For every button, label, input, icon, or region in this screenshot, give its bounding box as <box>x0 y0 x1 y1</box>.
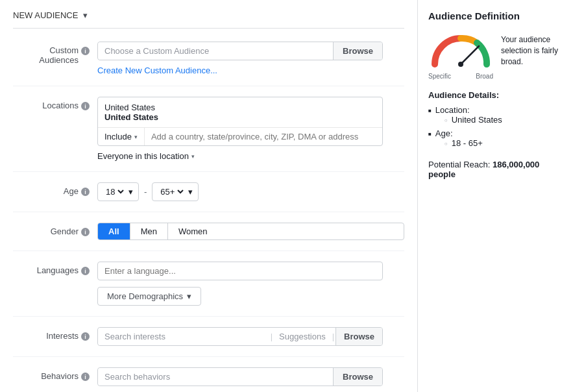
gauge-broad-label: Broad <box>476 73 493 80</box>
gender-all-button[interactable]: All <box>98 223 130 239</box>
age-wrapper: 18 1314151617 1920212530 35404550556065 … <box>97 182 404 201</box>
detail-age-label: Age: <box>435 129 453 138</box>
svg-line-0 <box>461 46 479 64</box>
location-country-bold: United States <box>104 112 376 122</box>
audience-details: Audience Details: ■ Location: ○ United S… <box>428 90 563 149</box>
age-min-dropdown[interactable]: 18 1314151617 1920212530 35404550556065 … <box>97 182 139 201</box>
gender-label: Gender <box>51 227 79 236</box>
location-box: United States United States Include ▾ <box>97 97 383 146</box>
location-add-row: Include ▾ <box>98 127 382 145</box>
detail-location-label: Location: <box>435 105 470 115</box>
detail-age-value: 18 - 65+ <box>452 138 483 148</box>
location-search-input[interactable] <box>145 128 382 145</box>
interests-browse-button[interactable]: Browse <box>335 328 382 345</box>
custom-audiences-label: Custom Audiences <box>13 45 79 65</box>
detail-location-us: ○ United States <box>445 115 502 125</box>
detail-location: ■ Location: ○ United States <box>428 105 563 126</box>
age-min-select[interactable]: 18 1314151617 1920212530 35404550556065 <box>103 186 126 197</box>
behaviors-search-input[interactable] <box>98 368 333 386</box>
more-demographics-label: More Demographics <box>107 291 183 301</box>
interests-label: Interests <box>46 331 79 341</box>
interests-search-wrapper: | Suggestions | Browse <box>97 327 383 346</box>
detail-age-value-item: ○ 18 - 65+ <box>445 138 483 148</box>
age-info-icon[interactable]: i <box>81 188 90 196</box>
interests-info-icon[interactable]: i <box>81 332 90 341</box>
create-custom-audience-link[interactable]: Create New Custom Audience... <box>97 66 404 75</box>
page-title: NEW AUDIENCE <box>13 10 78 20</box>
locations-info-icon[interactable]: i <box>81 102 90 110</box>
age-label: Age <box>64 186 79 196</box>
include-dropdown-arrow: ▾ <box>134 134 138 140</box>
detail-location-bullet: ■ <box>428 108 432 114</box>
interests-search-input[interactable] <box>98 328 269 345</box>
svg-point-1 <box>458 62 463 67</box>
detail-location-value: United States <box>452 115 502 125</box>
languages-label: Languages <box>37 265 79 275</box>
audience-definition-panel: Audience Definition Specific <box>417 0 573 392</box>
custom-audiences-input[interactable] <box>98 42 333 60</box>
languages-info-icon[interactable]: i <box>81 267 90 275</box>
location-country-name: United States <box>104 103 376 112</box>
detail-age-bullet: ■ <box>428 131 432 137</box>
age-dash: - <box>144 187 147 197</box>
detail-age-sub: ○ 18 - 65+ <box>435 138 483 148</box>
behaviors-label: Behaviors <box>41 371 79 381</box>
detail-location-sub: ○ United States <box>435 115 502 125</box>
behaviors-info-icon[interactable]: i <box>81 373 90 381</box>
interests-suggestions-button[interactable]: Suggestions <box>274 328 331 345</box>
detail-age-sub-bullet: ○ <box>445 141 448 147</box>
interests-divider2: | <box>331 328 335 345</box>
gauge-section: Specific Broad Your audience selection i… <box>428 32 563 80</box>
locations-label: Locations <box>42 101 79 110</box>
audience-details-title: Audience Details: <box>428 90 563 100</box>
sidebar-title: Audience Definition <box>428 10 563 21</box>
detail-age: ■ Age: ○ 18 - 65+ <box>428 129 563 149</box>
gender-info-icon[interactable]: i <box>81 228 90 236</box>
include-dropdown-button[interactable]: Include ▾ <box>98 128 145 145</box>
custom-audiences-input-wrapper: Browse <box>97 42 383 60</box>
include-label: Include <box>104 132 132 141</box>
location-selected: United States United States <box>98 97 382 127</box>
gender-men-button[interactable]: Men <box>130 223 168 239</box>
behaviors-search-wrapper: Browse <box>97 367 383 386</box>
gender-women-button[interactable]: Women <box>168 223 218 239</box>
gauge-description: Your audience selection is fairly broad. <box>501 32 563 67</box>
gauge-labels: Specific Broad <box>428 73 493 80</box>
custom-audiences-browse-button[interactable]: Browse <box>333 42 382 60</box>
more-demographics-button[interactable]: More Demographics ▾ <box>97 287 201 306</box>
languages-input[interactable] <box>97 262 383 280</box>
age-max-arrow: ▾ <box>188 187 193 197</box>
potential-reach-label: Potential Reach: <box>428 160 490 169</box>
custom-audiences-info-icon[interactable]: i <box>81 47 90 55</box>
detail-location-sub-bullet: ○ <box>445 117 448 123</box>
everyone-location-dropdown[interactable]: Everyone in this location ▾ <box>97 151 404 161</box>
interests-divider: | <box>269 328 274 345</box>
behaviors-browse-button[interactable]: Browse <box>333 368 382 386</box>
everyone-location-label: Everyone in this location <box>97 151 189 161</box>
header-dropdown-arrow[interactable]: ▾ <box>83 10 88 20</box>
everyone-location-arrow: ▾ <box>191 153 195 160</box>
age-min-arrow: ▾ <box>128 187 133 197</box>
gauge-specific-label: Specific <box>428 73 451 80</box>
more-demographics-arrow: ▾ <box>187 291 191 301</box>
audience-gauge <box>428 32 493 69</box>
age-max-select[interactable]: 65+ 1819202125 3035404550 556065 <box>158 186 186 197</box>
potential-reach: Potential Reach: 186,000,000 people <box>428 160 563 179</box>
gender-button-group: All Men Women <box>97 223 404 240</box>
age-max-dropdown[interactable]: 65+ 1819202125 3035404550 556065 ▾ <box>152 182 199 201</box>
